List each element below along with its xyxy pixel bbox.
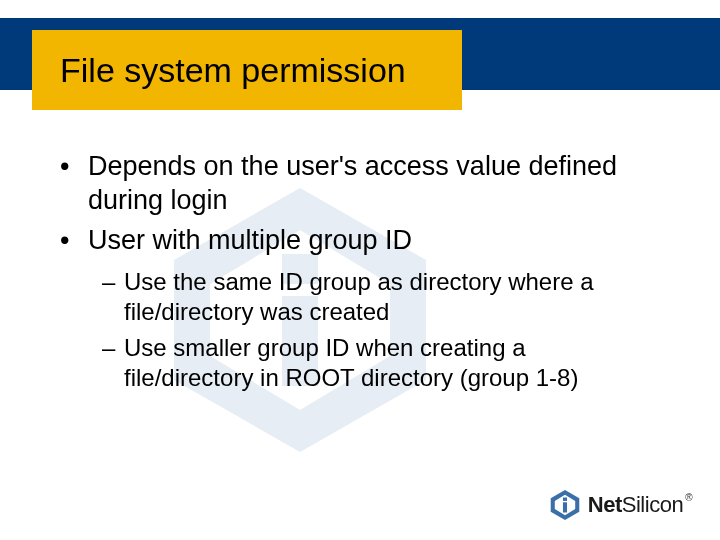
sub-bullet-item: Use the same ID group as directory where… [102, 267, 660, 327]
bullet-text: User with multiple group ID [88, 225, 412, 255]
brand-logo: NetSilicon® [548, 488, 692, 522]
slide-title: File system permission [60, 51, 406, 90]
sub-bullet-text: Use the same ID group as directory where… [124, 268, 594, 325]
svg-rect-3 [563, 498, 567, 501]
brand-name-light: Silicon [622, 492, 683, 517]
bullet-item: User with multiple group ID Use the same… [60, 224, 660, 394]
brand-name: NetSilicon® [588, 492, 692, 518]
sub-bullet-item: Use smaller group ID when creating a fil… [102, 333, 660, 393]
slide-content: Depends on the user's access value defin… [60, 150, 660, 399]
title-box: File system permission [32, 30, 462, 110]
brand-name-bold: Net [588, 492, 622, 517]
bullet-text: Depends on the user's access value defin… [88, 151, 617, 215]
svg-rect-2 [563, 502, 567, 512]
brand-reg: ® [685, 492, 692, 503]
sub-bullet-text: Use smaller group ID when creating a fil… [124, 334, 578, 391]
brand-logo-icon [548, 488, 582, 522]
bullet-item: Depends on the user's access value defin… [60, 150, 660, 218]
